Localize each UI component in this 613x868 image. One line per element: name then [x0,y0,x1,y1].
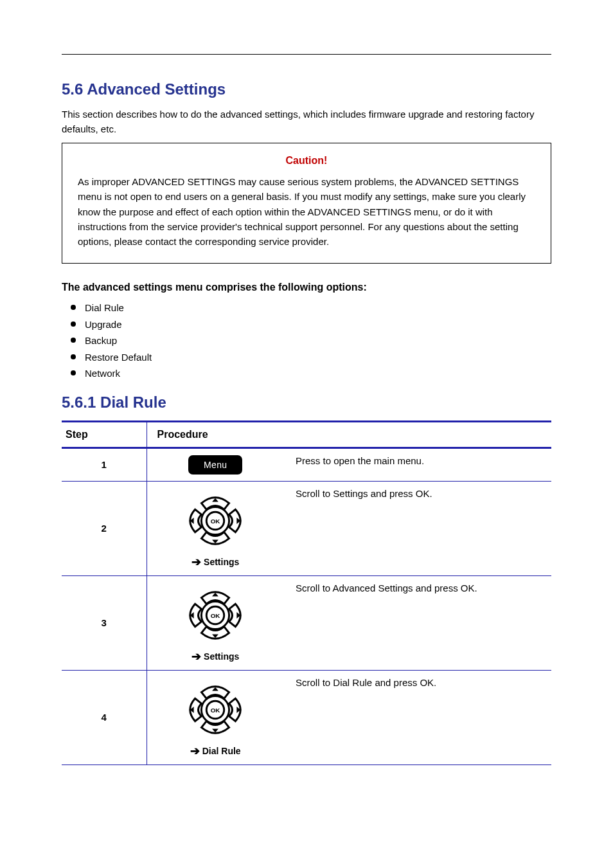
caution-title: Caution! [78,155,535,167]
table-row: 1 Menu Press to open the main menu. [62,448,551,481]
menu-button-icon: Menu [188,455,242,475]
list-item: Backup [71,332,551,349]
table-row: 4 OK [62,670,551,764]
step-number: 2 [62,481,147,575]
intro-paragraph: This section describes how to do the adv… [62,107,551,136]
dpad-label: ➔ Settings [191,555,239,569]
subhead-options: The advanced settings menu comprises the… [62,282,551,293]
heading-advanced-settings: 5.6 Advanced Settings [62,80,551,98]
caution-body: As improper ADVANCED SETTINGS may cause … [78,174,535,249]
step-visual: OK ➔ Dial Rule [147,670,284,764]
list-item: Dial Rule [71,300,551,316]
step-description: Scroll to Dial Rule and press OK. [284,670,551,764]
svg-text:OK: OK [211,612,220,619]
dpad-icon: OK [177,583,253,648]
dpad-icon: OK [177,677,253,743]
step-number: 1 [62,448,147,481]
step-visual: OK ➔ Settings [147,575,284,670]
caution-callout: Caution! As improper ADVANCED SETTINGS m… [62,143,551,264]
list-item: Upgrade [71,316,551,333]
header-rule [62,54,551,55]
col-procedure: Procedure [147,422,551,448]
step-number: 4 [62,670,147,764]
arrow-right-icon: ➔ [191,650,201,663]
step-description: Press to open the main menu. [284,448,551,481]
dpad-icon: OK [177,488,253,554]
arrow-right-icon: ➔ [191,556,201,568]
step-description: Scroll to Settings and press OK. [284,481,551,575]
svg-text:OK: OK [211,707,220,714]
step-description: Scroll to Advanced Settings and press OK… [284,575,551,670]
dpad-label: ➔ Dial Rule [190,744,241,758]
list-item: Network [71,365,551,382]
col-step: Step [62,422,147,448]
step-visual: OK ➔ Settings [147,481,284,575]
table-row: 3 OK [62,575,551,670]
step-number: 3 [62,575,147,670]
heading-dial-rule: 5.6.1 Dial Rule [62,393,551,411]
options-list: Dial Rule Upgrade Backup Restore Default… [71,300,551,382]
step-visual: Menu [147,448,284,481]
arrow-right-icon: ➔ [190,745,200,757]
svg-text:OK: OK [211,518,220,525]
list-item: Restore Default [71,349,551,366]
dpad-label: ➔ Settings [191,649,239,664]
table-row: 2 OK [62,481,551,575]
procedure-table: Step Procedure 1 Menu Press to open the … [62,420,551,765]
